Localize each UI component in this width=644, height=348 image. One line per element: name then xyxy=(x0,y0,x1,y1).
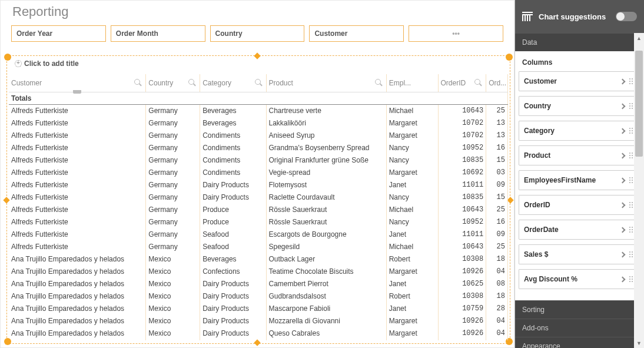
cell-employee: Michael xyxy=(386,203,438,216)
cell-category: Produce xyxy=(200,216,266,228)
table-row[interactable]: Ana Trujillo Emparedados y heladosMexico… xyxy=(9,277,508,290)
panel-section-addons[interactable]: Add-ons xyxy=(515,319,644,337)
table-row[interactable]: Alfreds FutterkisteGermanyProduceRössle … xyxy=(9,216,508,228)
col-header-customer[interactable]: Customer xyxy=(9,74,146,92)
data-grid[interactable]: Customer Country Category Product Empl..… xyxy=(9,74,508,340)
cell-orderid: 10835 xyxy=(438,191,486,203)
column-pill-country[interactable]: Country xyxy=(519,96,640,116)
cell-orderdate: 15 xyxy=(486,191,508,203)
table-row[interactable]: Alfreds FutterkisteGermanyBeveragesChart… xyxy=(9,104,508,117)
cell-country: Mexico xyxy=(146,265,200,277)
pill-label: Sales $ xyxy=(524,250,620,258)
side-scrollbar[interactable]: ▲ ▼ xyxy=(634,33,644,348)
cell-category: Beverages xyxy=(200,117,266,129)
filter-overflow[interactable]: ••• xyxy=(409,25,503,42)
table-row[interactable]: Alfreds FutterkisteGermanyProduceRössle … xyxy=(9,203,508,216)
chevron-right-icon[interactable] xyxy=(620,202,626,208)
chevron-right-icon[interactable] xyxy=(620,103,626,109)
table-row[interactable]: Ana Trujillo Emparedados y heladosMexico… xyxy=(9,314,508,327)
scroll-down-icon[interactable]: ▼ xyxy=(634,338,644,348)
cell-country: Germany xyxy=(146,216,200,228)
column-pill-category[interactable]: Category xyxy=(519,121,640,141)
search-icon[interactable] xyxy=(375,79,383,87)
column-pill-orderid[interactable]: OrderID xyxy=(519,195,640,215)
table-row[interactable]: Alfreds FutterkisteGermanyDairy Products… xyxy=(9,191,508,203)
cell-product: Teatime Chocolate Biscuits xyxy=(266,265,386,277)
cell-orderdate: 15 xyxy=(486,154,508,166)
cell-orderid: 10702 xyxy=(438,129,486,141)
cell-product: Grandma's Boysenberry Spread xyxy=(266,141,386,154)
resize-handle-top-left[interactable] xyxy=(4,54,11,61)
chevron-right-icon[interactable] xyxy=(620,153,626,158)
cell-country: Mexico xyxy=(146,327,200,339)
chevron-right-icon[interactable] xyxy=(620,227,626,233)
cell-product: Mascarpone Fabioli xyxy=(266,302,386,314)
filter-customer[interactable]: Customer xyxy=(309,25,404,42)
col-header-orderid[interactable]: OrderID xyxy=(438,74,486,92)
panel-section-sorting[interactable]: Sorting xyxy=(515,300,644,319)
col-header-employee[interactable]: Empl... xyxy=(386,74,438,92)
cell-orderid: 10625 xyxy=(438,339,486,340)
column-pill-customer[interactable]: Customer xyxy=(519,71,640,91)
panel-section-data[interactable]: Data xyxy=(515,33,644,51)
cell-category: Condiments xyxy=(200,154,266,166)
chevron-right-icon[interactable] xyxy=(620,177,626,183)
table-row[interactable]: Alfreds FutterkisteGermanyCondimentsGran… xyxy=(9,141,508,154)
table-row[interactable]: Alfreds FutterkisteGermanyCondimentsOrig… xyxy=(9,154,508,166)
filter-order-month[interactable]: Order Month xyxy=(111,25,205,42)
cell-customer: Ana Trujillo Emparedados y helados xyxy=(9,339,146,340)
chevron-right-icon[interactable] xyxy=(620,276,626,282)
col-header-product[interactable]: Product xyxy=(266,74,386,92)
scroll-up-icon[interactable]: ▲ xyxy=(634,33,644,43)
table-row[interactable]: Ana Trujillo Emparedados y heladosMexico… xyxy=(9,253,508,265)
scroll-thumb[interactable] xyxy=(635,51,643,157)
table-row[interactable]: Ana Trujillo Emparedados y heladosMexico… xyxy=(9,302,508,314)
cell-country: Germany xyxy=(146,228,200,240)
column-pill-orderdate[interactable]: OrderDate xyxy=(519,220,640,240)
col-header-country[interactable]: Country xyxy=(146,74,200,92)
table-row[interactable]: Ana Trujillo Emparedados y heladosMexico… xyxy=(9,290,508,302)
chevron-right-icon[interactable] xyxy=(620,128,626,134)
column-pill-avg-discount-[interactable]: Avg Discount % xyxy=(519,269,640,289)
table-row[interactable]: Alfreds FutterkisteGermanyCondimentsAnis… xyxy=(9,129,508,141)
table-row[interactable]: Alfreds FutterkisteGermanyDairy Products… xyxy=(9,178,508,191)
cell-country: Germany xyxy=(146,166,200,178)
column-pill-employeesfirstname[interactable]: EmployeesFirstName xyxy=(519,170,640,190)
cell-orderid: 11011 xyxy=(438,228,486,240)
col-header-orderdate[interactable]: Ord... xyxy=(486,74,508,92)
filter-country[interactable]: Country xyxy=(210,25,305,42)
cell-category: Dairy Products xyxy=(200,277,266,290)
chevron-right-icon[interactable] xyxy=(620,251,626,257)
cell-employee: Janet xyxy=(386,339,438,340)
table-row[interactable]: Alfreds FutterkisteGermanyBeveragesLakka… xyxy=(9,117,508,129)
col-header-category[interactable]: Category xyxy=(200,74,266,92)
table-row[interactable]: Alfreds FutterkisteGermanyCondimentsVegi… xyxy=(9,166,508,178)
sort-handle[interactable] xyxy=(73,90,81,94)
cell-employee: Robert xyxy=(386,290,438,302)
cell-orderdate: 25 xyxy=(486,240,508,253)
resize-handle-top-right[interactable] xyxy=(506,54,513,61)
search-icon[interactable] xyxy=(474,79,482,87)
table-row[interactable]: Ana Trujillo Emparedados y heladosMexico… xyxy=(9,265,508,277)
cell-country: Mexico xyxy=(146,290,200,302)
search-icon[interactable] xyxy=(134,79,142,87)
table-row[interactable]: Ana Trujillo Emparedados y heladosMexico… xyxy=(9,327,508,339)
table-row[interactable]: Alfreds FutterkisteGermanySeafoodEscargo… xyxy=(9,228,508,240)
column-pill-product[interactable]: Product xyxy=(519,145,640,165)
chart-suggestions-toggle[interactable] xyxy=(616,12,637,21)
table-row[interactable]: Ana Trujillo Emparedados y heladosMexico… xyxy=(9,339,508,340)
filter-label: Country xyxy=(215,29,243,38)
chart-icon xyxy=(522,12,533,21)
search-icon[interactable] xyxy=(188,79,196,87)
cell-product: Queso Cabrales xyxy=(266,327,386,339)
table-row[interactable]: Alfreds FutterkisteGermanySeafoodSpegesi… xyxy=(9,240,508,253)
column-pill-sales-[interactable]: Sales $ xyxy=(519,244,640,264)
search-icon[interactable] xyxy=(255,79,263,87)
panel-section-appearance[interactable]: Appearance xyxy=(515,337,644,348)
cell-employee: Nancy xyxy=(386,191,438,203)
filter-order-year[interactable]: Order Year xyxy=(11,25,106,42)
chart-suggestions-label: Chart suggestions xyxy=(539,12,610,21)
cell-category: Produce xyxy=(200,203,266,216)
widget-title-input[interactable]: Click to add title xyxy=(15,59,79,68)
chevron-right-icon[interactable] xyxy=(620,78,626,84)
